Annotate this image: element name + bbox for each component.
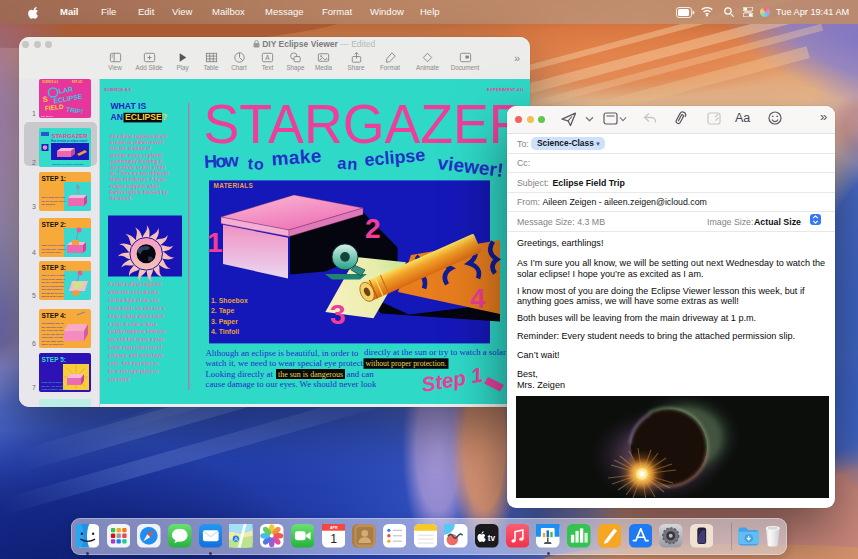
svg-text:ready to safely observe: ready to safely observe	[41, 388, 67, 391]
svg-text:2: 2	[365, 213, 381, 244]
svg-text:tv: tv	[488, 533, 496, 543]
svg-text:momentarily blocking it: momentarily blocking it	[110, 159, 163, 164]
svg-text:a moon or planet moves: a moon or planet moves	[110, 140, 164, 145]
svg-text:STEP 3:: STEP 3:	[41, 264, 65, 271]
svg-text:SCIENCE 4.2: SCIENCE 4.2	[104, 86, 131, 91]
svg-text:4. Tinfoil: 4. Tinfoil	[211, 328, 239, 335]
svg-text:STEP 1:: STEP 1:	[41, 175, 65, 182]
svg-text:From Earth, we can see a: From Earth, we can see a	[108, 306, 165, 311]
svg-text:should hit the paper.: should hit the paper.	[41, 295, 64, 298]
svg-text:TRIP!: TRIP!	[65, 106, 83, 115]
svg-text:4: 4	[470, 283, 486, 314]
svg-text:Some years have lots of: Some years have lots of	[108, 345, 162, 350]
svg-text:STEP 4:: STEP 4:	[41, 311, 65, 318]
svg-text:AN: AN	[111, 112, 123, 122]
svg-text:An eclipse happens when: An eclipse happens when	[110, 134, 167, 139]
svg-text:Looking directly at: Looking directly at	[206, 368, 274, 378]
svg-text:STARGAZER: STARGAZER	[51, 131, 87, 138]
svg-text:to: to	[247, 155, 264, 173]
svg-text:usually happens between: usually happens between	[108, 329, 165, 334]
svg-text:lunar eclipse about twice: lunar eclipse about twice	[108, 314, 164, 319]
svg-text:How: How	[204, 150, 240, 172]
svg-text:STARGAZER: STARGAZER	[204, 93, 528, 155]
svg-text:without proper protection.: without proper protection.	[366, 358, 447, 368]
svg-text:Although an eclipse is beautif: Although an eclipse is beautiful	[51, 163, 84, 166]
svg-text:SCIENCE 4.2: SCIENCE 4.2	[42, 80, 58, 84]
svg-text:3. Paper: 3. Paper	[211, 318, 238, 326]
svg-text:kinds of eclipses. A lunar: kinds of eclipses. A lunar	[110, 177, 166, 182]
svg-text:a year. A solar eclipse: a year. A solar eclipse	[108, 321, 157, 326]
svg-text:1: 1	[207, 227, 223, 258]
svg-text:Mrs Zeigen: Mrs Zeigen	[41, 115, 54, 118]
svg-text:when the moon blocks: when the moon blocks	[107, 290, 159, 295]
svg-text:two and five times a year.: two and five times a year.	[108, 337, 165, 342]
svg-text:A solar eclipse happens: A solar eclipse happens	[108, 282, 162, 287]
svg-text:watch it, we need to wear spec: watch it, we need to wear special eye pr…	[206, 358, 377, 368]
svg-text:APR: APR	[330, 526, 338, 530]
svg-text:Although an eclipse is beautif: Although an eclipse is beautiful, in ord…	[206, 347, 360, 357]
svg-text:MATERIALS: MATERIALS	[214, 182, 254, 189]
svg-text:another moon or planet,: another moon or planet,	[110, 153, 164, 158]
svg-text:out the light of the sun.: out the light of the sun.	[108, 298, 160, 303]
svg-text:A: A	[234, 536, 238, 542]
svg-text:out entirely or just a little: out entirely or just a little	[110, 165, 166, 170]
svg-text:EXP. #11: EXP. #11	[72, 80, 83, 84]
svg-text:when you hold it up.: when you hold it up.	[41, 343, 64, 346]
svg-text:Earth's light is blocked by: Earth's light is blocked by	[110, 190, 168, 195]
svg-text:and can: and can	[347, 368, 375, 378]
svg-text:the moon.: the moon.	[110, 196, 132, 201]
svg-text:eclipse: eclipse	[364, 145, 427, 170]
svg-text:A: A	[265, 54, 270, 61]
svg-text:1. Shoebox: 1. Shoebox	[211, 297, 248, 304]
svg-text:3: 3	[330, 299, 346, 330]
svg-text:eclipse happens when: eclipse happens when	[110, 184, 160, 189]
svg-text:eclipses, and some have: eclipses, and some have	[108, 353, 163, 358]
svg-text:1: 1	[330, 532, 337, 546]
svg-text:the shoebox.: the shoebox.	[41, 203, 56, 206]
svg-text:WHAT IS: WHAT IS	[111, 101, 147, 111]
svg-text:an: an	[337, 154, 358, 173]
svg-text:none. And you have to: none. And you have to	[108, 361, 158, 366]
svg-text:make: make	[271, 145, 322, 169]
svg-text:into the shadow of: into the shadow of	[110, 146, 152, 151]
svg-text:the sun is dangerous: the sun is dangerous	[278, 368, 344, 378]
svg-text:cause damage to our eyes. We s: cause damage to our eyes. We should neve…	[206, 379, 377, 389]
svg-text:ECLIPSE?: ECLIPSE?	[125, 112, 167, 122]
svg-text:viewer!: viewer!	[437, 152, 505, 181]
svg-text:STEP 2:: STEP 2:	[41, 220, 65, 227]
svg-text:2. Tape: 2. Tape	[211, 307, 234, 315]
svg-text:directly at the sun or try to: directly at the sun or try to watch a so…	[364, 347, 530, 357]
svg-text:EXPERIMENT #11: EXPERIMENT #11	[487, 86, 524, 91]
svg-text:bit. There are two different: bit. There are two different	[110, 171, 169, 176]
svg-text:FIELD: FIELD	[44, 103, 64, 112]
svg-text:S: S	[42, 95, 48, 104]
svg-text:be in the right place to: be in the right place to	[108, 369, 158, 374]
svg-text:STEP 5:: STEP 5:	[41, 356, 65, 363]
svg-text:LAR: LAR	[58, 86, 73, 95]
svg-text:pin, punch a hole.: pin, punch a hole.	[41, 251, 61, 254]
svg-text:see them!: see them!	[108, 377, 130, 382]
svg-text:How to make an eclipse viewer!: How to make an eclipse viewer!	[51, 138, 88, 142]
